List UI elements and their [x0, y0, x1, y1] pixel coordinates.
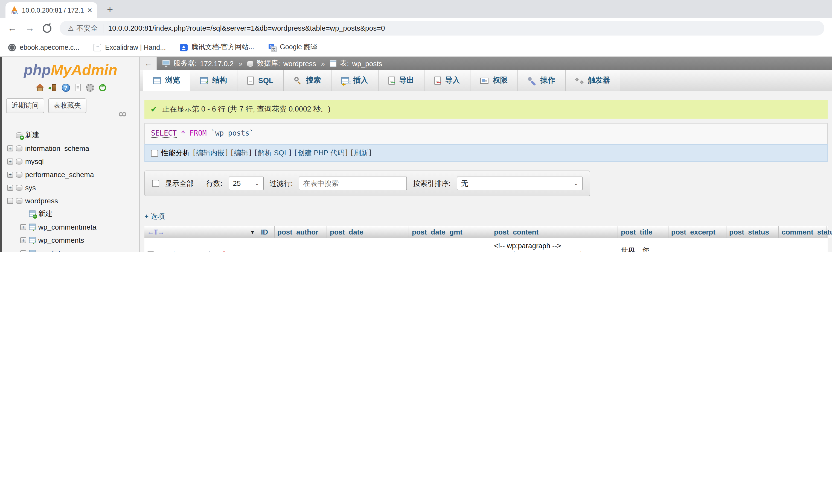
- sort-dropdown-icon[interactable]: ▼: [250, 229, 255, 235]
- import-icon: [434, 76, 441, 84]
- column-header-comment_status[interactable]: comment_status: [779, 226, 827, 238]
- breadcrumb-db[interactable]: wordpress: [283, 59, 316, 67]
- sidebar-item-mysql[interactable]: +mysql: [2, 155, 139, 168]
- back-icon[interactable]: ←: [8, 24, 17, 33]
- sidebar-item-wp-commentmeta[interactable]: +✓wp_commentmeta: [2, 220, 139, 233]
- link-chain-icon[interactable]: [119, 112, 129, 117]
- bookmark-label: ebook.apecome.c...: [20, 44, 79, 51]
- tab-search[interactable]: 搜索: [284, 70, 332, 91]
- column-header-post_date_gmt[interactable]: post_date_gmt: [409, 226, 491, 238]
- forward-icon[interactable]: →: [25, 24, 34, 33]
- tab-close-icon[interactable]: ✕: [87, 6, 93, 14]
- breadcrumb-db-label: 数据库:: [257, 58, 280, 68]
- tree-expander-icon[interactable]: +: [20, 224, 26, 230]
- favorite-tables-button[interactable]: 表收藏夹: [48, 99, 86, 113]
- column-header-post_content[interactable]: post_content: [491, 226, 618, 238]
- database-icon: [16, 145, 22, 151]
- profiling-link-refresh[interactable]: 刷新: [354, 148, 368, 158]
- tab-label: 搜索: [306, 76, 321, 85]
- docs-icon[interactable]: [75, 84, 81, 91]
- sidebar-item-wp-comments[interactable]: +✓wp_comments: [2, 233, 139, 247]
- profiling-link-edit-inline[interactable]: 编辑内嵌: [196, 148, 225, 158]
- tree-label: 新建: [38, 209, 53, 219]
- profiling-checkbox[interactable]: [151, 149, 158, 157]
- column-header-post_title[interactable]: post_title: [618, 226, 669, 238]
- sql-keyword-select[interactable]: SELECT: [151, 129, 177, 138]
- bookmark-item-tencent-docs[interactable]: 腾讯文档-官方网站...: [180, 43, 254, 52]
- bookmark-item-google-translate[interactable]: Google 翻译: [268, 43, 317, 52]
- tree-expander-icon[interactable]: +: [7, 158, 13, 164]
- sidebar-collapse-button[interactable]: ←: [140, 57, 157, 70]
- home-icon[interactable]: [35, 83, 44, 91]
- browser-tab[interactable]: 10.0.0.200:81 / 172.17.0.2 / wo ✕: [5, 2, 97, 18]
- sidebar-item-new-database[interactable]: +新建: [2, 129, 139, 142]
- address-bar[interactable]: ⚠ 不安全 10.0.0.200:81/index.php?route=/sql…: [60, 21, 824, 35]
- column-header-ID[interactable]: ID: [258, 226, 275, 238]
- divider: [200, 178, 200, 189]
- not-secure-badge[interactable]: ⚠ 不安全: [68, 23, 98, 33]
- cell-post-excerpt: [669, 238, 726, 252]
- tree-expander-icon[interactable]: +: [20, 250, 26, 252]
- show-all-checkbox[interactable]: [152, 180, 159, 187]
- help-icon[interactable]: [61, 83, 70, 91]
- tree-expander-icon[interactable]: −: [7, 198, 13, 204]
- recent-tables-button[interactable]: 近期访问: [6, 99, 44, 113]
- sidebar-item-performance-schema[interactable]: +performance_schema: [2, 168, 139, 181]
- row-copy-link[interactable]: 复制: [190, 250, 214, 252]
- column-arrows-icon[interactable]: ←T→: [147, 228, 164, 236]
- breadcrumb-table[interactable]: wp_posts: [352, 59, 382, 67]
- sidebar-item-sys[interactable]: +sys: [2, 181, 139, 194]
- tab-export[interactable]: 导出: [379, 70, 424, 91]
- actions-column-header[interactable]: ←T→ ▼: [145, 226, 258, 238]
- tree-expander-icon[interactable]: +: [7, 185, 13, 191]
- sidebar-item-new-table[interactable]: +新建: [2, 207, 139, 220]
- tab-sql[interactable]: SQL: [237, 70, 284, 91]
- refresh-icon[interactable]: [99, 84, 106, 91]
- row-edit-link[interactable]: 编辑: [159, 250, 184, 252]
- tab-operations[interactable]: 操作: [518, 70, 566, 91]
- sidebar-item-wp-links[interactable]: +✓wp_links: [2, 247, 139, 252]
- sort-by-index-select[interactable]: 无 ⌄: [457, 176, 582, 190]
- bookmark-item-excalidraw[interactable]: Excalidraw | Hand...: [94, 44, 166, 51]
- tab-import[interactable]: 导入: [424, 70, 470, 91]
- breadcrumb-server[interactable]: 172.17.0.2: [200, 59, 234, 67]
- profiling-link-create-php-code[interactable]: 创建 PHP 代码: [297, 148, 344, 158]
- options-toggle-link[interactable]: + 选项: [145, 212, 165, 221]
- table-new-icon: +: [29, 211, 35, 217]
- column-header-post_date[interactable]: post_date: [327, 226, 409, 238]
- tree-expander-icon[interactable]: +: [7, 171, 13, 177]
- browse-icon: [153, 77, 161, 84]
- table-header-row: ←T→ ▼ IDpost_authorpost_datepost_date_gm…: [145, 226, 828, 238]
- tree-label: wp_links: [38, 249, 66, 252]
- profiling-link-explain-sql[interactable]: 解析 SQL: [258, 148, 288, 158]
- bookmark-item-ebook[interactable]: ebook.apecome.c...: [8, 44, 79, 51]
- new-tab-button[interactable]: +: [103, 3, 117, 17]
- reload-icon[interactable]: [43, 24, 51, 32]
- row-delete-link[interactable]: 删除: [220, 250, 244, 252]
- profiling-link-edit[interactable]: 编辑: [234, 148, 248, 158]
- tab-structure[interactable]: ✓结构: [190, 70, 237, 91]
- column-header-post_excerpt[interactable]: post_excerpt: [669, 226, 726, 238]
- tab-browse[interactable]: 浏览: [143, 70, 190, 91]
- tab-label: 权限: [493, 76, 508, 85]
- table-tabs: 浏览✓结构SQL搜索插入导出导入权限操作触发器: [140, 70, 832, 91]
- url-separator: [103, 24, 103, 32]
- tab-privileges[interactable]: 权限: [470, 70, 518, 91]
- pencil-icon: [159, 251, 167, 252]
- warning-icon: ⚠: [68, 24, 74, 32]
- tab-triggers[interactable]: 触发器: [566, 70, 621, 91]
- row-checkbox[interactable]: [147, 251, 154, 252]
- table-search-input[interactable]: [299, 176, 407, 190]
- operations-icon: [528, 76, 536, 84]
- settings-gear-icon[interactable]: [86, 83, 94, 91]
- rows-per-page-select[interactable]: 25 ⌄: [228, 176, 263, 190]
- column-header-post_author[interactable]: post_author: [275, 226, 327, 238]
- tab-label: 操作: [541, 76, 555, 85]
- column-header-post_status[interactable]: post_status: [726, 226, 779, 238]
- sidebar-item-wordpress[interactable]: −wordpress: [2, 194, 139, 207]
- tab-insert[interactable]: 插入: [332, 70, 379, 91]
- tree-expander-icon[interactable]: +: [7, 145, 13, 151]
- logout-icon[interactable]: [48, 83, 57, 91]
- sidebar-item-information-schema[interactable]: +information_schema: [2, 142, 139, 155]
- tree-expander-icon[interactable]: +: [20, 237, 26, 243]
